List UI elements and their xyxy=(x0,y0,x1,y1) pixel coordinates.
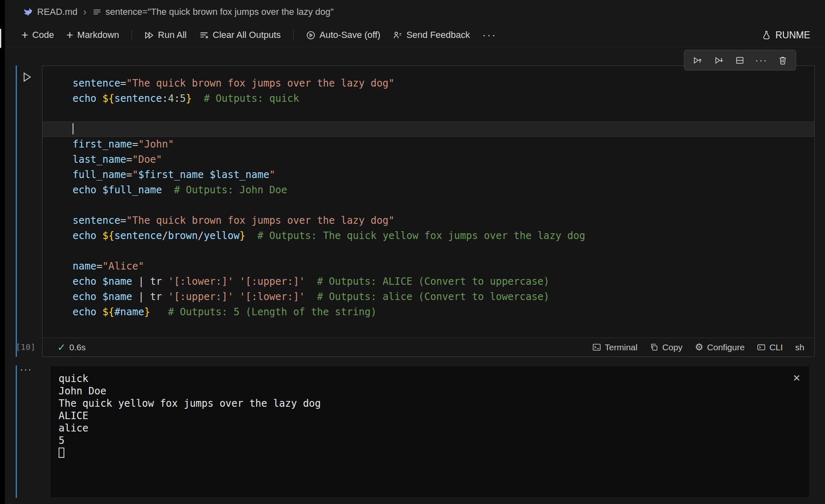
terminal-button[interactable]: Terminal xyxy=(592,342,637,352)
terminal-icon xyxy=(592,343,601,352)
breadcrumb-symbol[interactable]: sentence="The quick brown fox jumps over… xyxy=(106,7,334,17)
output-line: John Doe xyxy=(59,385,801,397)
cell-status-bar: ✓ 0.6s Terminal Copy ⚙ Configure xyxy=(42,338,814,356)
code-line[interactable]: echo $name | tr '[:lower:]' '[:upper:]' … xyxy=(73,274,814,289)
code-line[interactable] xyxy=(42,122,814,137)
code-line[interactable] xyxy=(73,244,814,259)
plus-icon: + xyxy=(66,29,73,41)
runme-file-icon xyxy=(23,7,33,17)
breadcrumb-separator: › xyxy=(83,6,87,18)
close-output-button[interactable]: × xyxy=(793,372,800,384)
clear-all-icon xyxy=(199,30,209,40)
notebook-toolbar: + Code + Markdown Run All Clear All Outp… xyxy=(5,23,825,47)
output-more-button[interactable]: ··· xyxy=(20,363,32,375)
cell-language-indicator[interactable]: sh xyxy=(795,342,804,352)
breadcrumb-file[interactable]: READ.md xyxy=(37,7,78,17)
output-line xyxy=(59,447,801,459)
code-line[interactable]: echo $full_name # Outputs: John Doe xyxy=(73,183,814,198)
cell-success-status: ✓ 0.6s xyxy=(57,342,86,353)
output-line: The quick yellow fox jumps over the lazy… xyxy=(59,397,801,410)
code-line[interactable] xyxy=(73,198,814,213)
execution-count: [10] xyxy=(16,342,35,352)
plus-icon: + xyxy=(21,29,28,41)
code-line[interactable]: echo ${#name} # Outputs: 5 (Length of th… xyxy=(73,305,814,320)
output-line: 5 xyxy=(59,434,801,447)
code-line[interactable]: sentence="The quick brown fox jumps over… xyxy=(73,213,814,228)
active-view-indicator xyxy=(0,29,1,48)
runme-brand-label: RUNME xyxy=(776,30,810,41)
code-line[interactable]: echo ${sentence:4:5} # Outputs: quick xyxy=(73,91,814,106)
configure-button[interactable]: ⚙ Configure xyxy=(695,342,745,352)
code-line[interactable]: echo ${sentence/brown/yellow} # Outputs:… xyxy=(73,228,814,244)
auto-save-toggle[interactable]: Auto-Save (off) xyxy=(306,30,381,40)
add-code-button[interactable]: + Code xyxy=(21,29,54,41)
code-line[interactable]: full_name="$first_name $last_name" xyxy=(73,167,814,183)
breadcrumb: READ.md › sentence="The quick brown fox … xyxy=(5,0,825,23)
success-check-icon: ✓ xyxy=(57,342,66,353)
code-line[interactable]: last_name="Doe" xyxy=(73,152,814,167)
output-focus-border xyxy=(16,366,17,498)
cell-exec-time: 0.6s xyxy=(69,342,86,352)
auto-save-icon xyxy=(306,30,316,40)
output-line: alice xyxy=(59,422,801,434)
terminal-cursor xyxy=(59,448,64,458)
cli-button[interactable]: CLI xyxy=(757,342,783,352)
send-feedback-button[interactable]: Send Feedback xyxy=(393,30,470,40)
clear-all-outputs-button[interactable]: Clear All Outputs xyxy=(199,30,281,40)
output-line: ALICE xyxy=(59,410,801,422)
gear-icon: ⚙ xyxy=(695,342,703,352)
runme-brand: RUNME xyxy=(761,30,810,41)
code-editor[interactable]: sentence="The quick brown fox jumps over… xyxy=(42,66,814,338)
notebook-window: READ.md › sentence="The quick brown fox … xyxy=(0,0,825,504)
cell-output-panel: × quickJohn DoeThe quick yellow fox jump… xyxy=(50,366,810,498)
copy-icon xyxy=(650,343,658,352)
add-markdown-button[interactable]: + Markdown xyxy=(66,29,119,41)
split-cell-button[interactable] xyxy=(731,52,750,68)
code-line[interactable] xyxy=(73,106,814,122)
code-line[interactable]: first_name="John" xyxy=(73,137,814,152)
cell-more-actions-button[interactable]: ··· xyxy=(752,52,771,68)
code-line[interactable]: name="Alice" xyxy=(73,259,814,274)
output-lines: quickJohn DoeThe quick yellow fox jumps … xyxy=(59,373,801,459)
text-cursor xyxy=(73,123,73,134)
activity-bar-strip xyxy=(0,0,5,504)
run-cells-above-button[interactable] xyxy=(688,52,707,68)
toolbar-divider xyxy=(132,30,132,40)
copy-button[interactable]: Copy xyxy=(650,342,682,352)
code-cell: sentence="The quick brown fox jumps over… xyxy=(42,66,815,357)
symbol-list-icon xyxy=(92,7,101,16)
run-all-icon xyxy=(144,30,154,40)
cell-hover-toolbar: ··· xyxy=(684,50,796,70)
run-cells-below-button[interactable] xyxy=(709,52,728,68)
code-lines: sentence="The quick brown fox jumps over… xyxy=(73,76,814,320)
feedback-person-icon xyxy=(393,30,402,40)
output-line: quick xyxy=(59,373,801,385)
toolbar-more-button[interactable]: ··· xyxy=(482,29,497,42)
toolbar-divider xyxy=(293,30,294,40)
delete-cell-button[interactable] xyxy=(773,52,792,68)
cell-focus-border xyxy=(16,66,17,357)
code-line[interactable]: sentence="The quick brown fox jumps over… xyxy=(73,76,814,91)
code-line[interactable]: echo $name | tr '[:upper:]' '[:lower:]' … xyxy=(73,289,814,305)
run-cell-button[interactable] xyxy=(21,71,33,83)
cli-icon xyxy=(757,343,766,352)
run-all-button[interactable]: Run All xyxy=(144,30,187,40)
runme-logo-icon xyxy=(761,30,771,40)
